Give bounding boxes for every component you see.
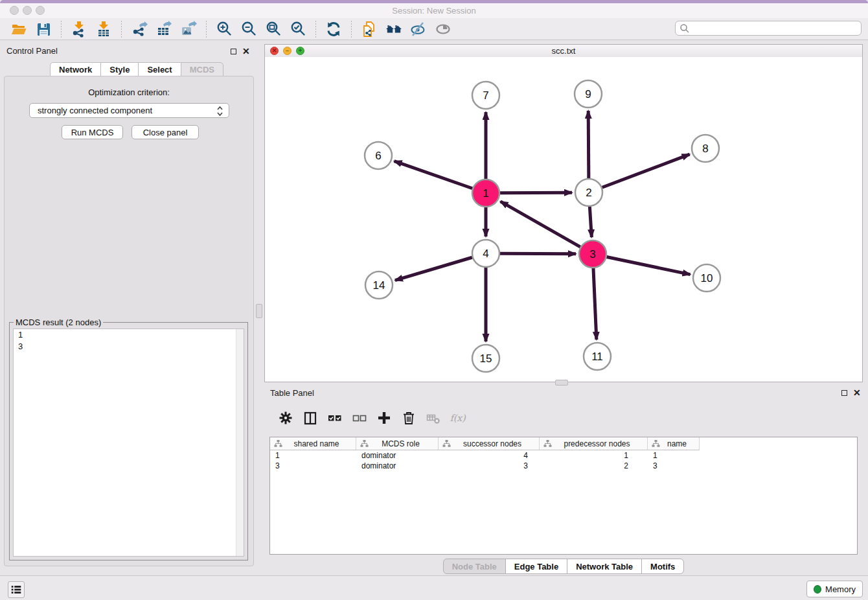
- delete-table-button[interactable]: [424, 408, 442, 428]
- column-header-successor-nodes[interactable]: successor nodes: [439, 437, 540, 450]
- table-cell[interactable]: 1: [648, 451, 700, 460]
- graph-node-label: 4: [483, 248, 488, 260]
- mcds-result-title: MCDS result (2 nodes): [14, 317, 103, 327]
- graph-node-label: 10: [701, 272, 713, 284]
- graph-node-label: 14: [373, 279, 385, 292]
- graph-edge-2-3[interactable]: [589, 207, 591, 237]
- table-settings-button[interactable]: [277, 408, 295, 428]
- zoom-in-icon: [216, 21, 233, 38]
- open-session-button[interactable]: [9, 20, 29, 38]
- close-panel-icon[interactable]: ✕: [242, 48, 250, 54]
- table-cell[interactable]: dominator: [356, 451, 439, 460]
- table-row[interactable]: 3dominator323: [270, 461, 857, 471]
- column-tree-icon: [274, 440, 282, 448]
- search-input[interactable]: [691, 23, 861, 34]
- table-cell[interactable]: 3: [439, 461, 540, 470]
- column-tree-icon: [652, 440, 660, 448]
- trash-icon: [400, 410, 417, 426]
- tab-style[interactable]: Style: [100, 62, 139, 76]
- graph-edge-3-10[interactable]: [607, 257, 691, 275]
- table-cell[interactable]: 1: [270, 451, 356, 460]
- toolbar-separator: [206, 21, 207, 38]
- float-table-panel-icon[interactable]: [841, 390, 847, 396]
- function-builder-button[interactable]: f(x): [449, 408, 467, 428]
- select-all-columns-button[interactable]: [326, 408, 344, 428]
- tab-network[interactable]: Network: [50, 62, 101, 76]
- memory-button[interactable]: Memory: [806, 581, 863, 597]
- search-box[interactable]: [675, 21, 862, 36]
- close-panel-button[interactable]: Close panel: [131, 125, 199, 139]
- unchecked-boxes-icon: [351, 410, 368, 426]
- delete-column-button[interactable]: [400, 408, 418, 428]
- run-mcds-button[interactable]: Run MCDS: [62, 125, 123, 139]
- graph-edge-4-3[interactable]: [500, 253, 576, 254]
- column-header-label: predecessor nodes: [552, 439, 647, 448]
- tab-mcds[interactable]: MCDS: [181, 62, 223, 76]
- column-layout-button[interactable]: [301, 408, 319, 428]
- table-cell[interactable]: dominator: [356, 461, 439, 470]
- table-row[interactable]: 1dominator411: [270, 450, 857, 461]
- graph-edge-4-14[interactable]: [395, 257, 472, 280]
- zoom-fit-button[interactable]: [264, 20, 283, 38]
- tab-network-table[interactable]: Network Table: [567, 559, 642, 574]
- float-panel-icon[interactable]: [231, 49, 236, 54]
- graph-edge-3-1[interactable]: [501, 202, 580, 247]
- toggle-graphics-details-button[interactable]: [409, 20, 428, 38]
- clone-network-button[interactable]: [360, 20, 379, 38]
- export-table-button[interactable]: [154, 20, 174, 38]
- zoom-out-button[interactable]: [239, 20, 258, 38]
- zoom-selected-button[interactable]: [288, 20, 308, 38]
- mcds-result-list[interactable]: 1 3: [13, 329, 244, 557]
- network-canvas[interactable]: 7968124314101511: [265, 57, 862, 382]
- show-hide-button[interactable]: [433, 20, 453, 38]
- checked-boxes-icon: [326, 410, 343, 426]
- table-cell[interactable]: 4: [439, 451, 540, 460]
- mcds-result-item: 1: [14, 329, 244, 341]
- table-cell[interactable]: 3: [270, 461, 356, 470]
- vertical-splitter-grip[interactable]: [256, 304, 262, 318]
- table-cell[interactable]: 1: [540, 451, 648, 460]
- save-disk-icon: [35, 21, 52, 38]
- refresh-view-button[interactable]: [324, 20, 343, 38]
- export-image-button[interactable]: [179, 20, 198, 38]
- node-table-header: shared nameMCDS rolesuccessor nodesprede…: [270, 437, 857, 450]
- create-column-button[interactable]: [375, 408, 393, 428]
- search-icon: [679, 23, 691, 34]
- graph-edge-2-8[interactable]: [602, 154, 690, 187]
- column-header-name[interactable]: name: [648, 437, 700, 450]
- network-graph[interactable]: 7968124314101511: [265, 57, 862, 382]
- graph-edge-1-6[interactable]: [394, 161, 473, 189]
- import-network-button[interactable]: [69, 20, 89, 38]
- unselect-all-columns-button[interactable]: [350, 408, 369, 428]
- save-session-button[interactable]: [34, 20, 53, 38]
- mcds-result-item: 3: [14, 341, 244, 352]
- control-panel-window-controls: ✕: [231, 48, 250, 54]
- horizontal-splitter-grip[interactable]: [555, 380, 568, 386]
- tab-node-table[interactable]: Node Table: [443, 559, 506, 574]
- table-cell[interactable]: 3: [648, 461, 700, 470]
- two-houses-button[interactable]: [384, 20, 404, 38]
- close-table-panel-icon[interactable]: ✕: [853, 389, 861, 396]
- table-cell[interactable]: 2: [540, 461, 648, 470]
- column-header-MCDS-role[interactable]: MCDS role: [356, 437, 439, 450]
- export-network-button[interactable]: [130, 20, 149, 38]
- zoom-fit-icon: [265, 21, 282, 38]
- column-header-shared-name[interactable]: shared name: [270, 437, 356, 450]
- graph-edge-2-9[interactable]: [588, 111, 589, 178]
- tab-motifs[interactable]: Motifs: [641, 559, 684, 574]
- graph-edge-3-11[interactable]: [593, 268, 597, 340]
- zoom-in-button[interactable]: [214, 20, 234, 38]
- task-history-button[interactable]: [8, 581, 25, 598]
- column-header-predecessor-nodes[interactable]: predecessor nodes: [540, 437, 648, 450]
- toolbar-separator: [121, 21, 122, 38]
- tab-select[interactable]: Select: [138, 62, 181, 76]
- tab-edge-table[interactable]: Edge Table: [505, 559, 567, 574]
- import-table-button[interactable]: [94, 20, 113, 38]
- table-panel-title: Table Panel: [270, 388, 314, 398]
- criterion-dropdown[interactable]: strongly connected component: [29, 103, 229, 118]
- graph-node-label: 1: [483, 187, 488, 200]
- graph-edge-1-2[interactable]: [500, 192, 572, 193]
- toolbar-separator: [351, 21, 352, 38]
- columns-icon: [302, 410, 319, 426]
- result-scrollbar[interactable]: [236, 329, 244, 556]
